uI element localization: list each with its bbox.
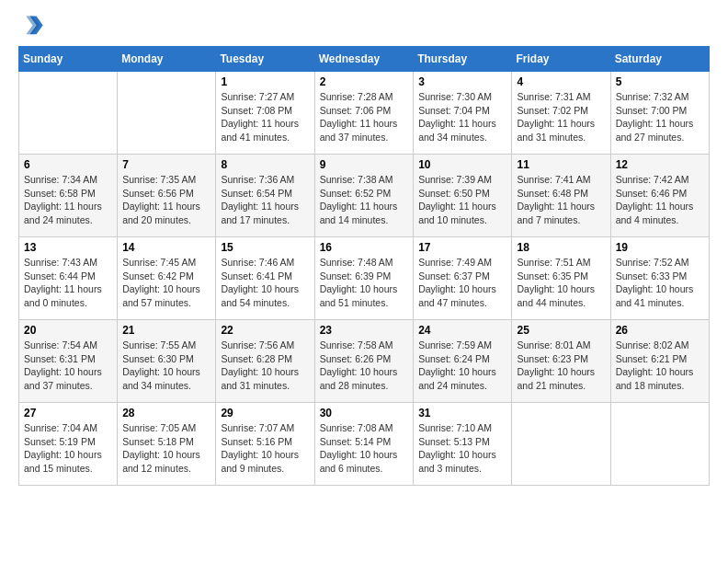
calendar-cell: 7Sunrise: 7:35 AMSunset: 6:56 PMDaylight… — [118, 155, 216, 237]
day-info: Sunrise: 7:43 AMSunset: 6:44 PMDaylight:… — [24, 257, 102, 308]
day-info: Sunrise: 7:55 AMSunset: 6:30 PMDaylight:… — [122, 339, 200, 391]
day-number: 14 — [122, 241, 210, 254]
day-info: Sunrise: 7:39 AMSunset: 6:50 PMDaylight:… — [418, 174, 496, 225]
column-header-sunday: Sunday — [19, 47, 118, 72]
column-header-monday: Monday — [118, 47, 216, 72]
calendar-cell — [512, 403, 610, 486]
day-number: 29 — [221, 407, 309, 419]
day-info: Sunrise: 7:45 AMSunset: 6:42 PMDaylight:… — [122, 257, 200, 308]
calendar-cell — [19, 72, 118, 155]
calendar-cell: 10Sunrise: 7:39 AMSunset: 6:50 PMDayligh… — [414, 155, 512, 237]
calendar-cell: 18Sunrise: 7:51 AMSunset: 6:35 PMDayligh… — [512, 237, 610, 320]
day-info: Sunrise: 7:07 AMSunset: 5:16 PMDaylight:… — [221, 422, 299, 474]
day-number: 9 — [320, 158, 409, 171]
day-number: 26 — [616, 324, 704, 337]
day-number: 4 — [517, 75, 605, 88]
calendar-week-row: 1Sunrise: 7:27 AMSunset: 7:08 PMDaylight… — [19, 72, 710, 155]
column-header-friday: Friday — [512, 47, 610, 72]
column-header-wednesday: Wednesday — [314, 47, 414, 72]
logo — [18, 15, 46, 37]
day-info: Sunrise: 7:08 AMSunset: 5:14 PMDaylight:… — [320, 422, 398, 474]
day-info: Sunrise: 7:46 AMSunset: 6:41 PMDaylight:… — [221, 257, 299, 308]
calendar-cell: 27Sunrise: 7:04 AMSunset: 5:19 PMDayligh… — [19, 403, 118, 486]
day-number: 21 — [122, 324, 210, 337]
calendar-cell: 31Sunrise: 7:10 AMSunset: 5:13 PMDayligh… — [414, 403, 512, 486]
calendar-cell: 4Sunrise: 7:31 AMSunset: 7:02 PMDaylight… — [512, 72, 610, 155]
day-number: 31 — [418, 407, 506, 419]
calendar-cell: 6Sunrise: 7:34 AMSunset: 6:58 PMDaylight… — [19, 155, 118, 237]
day-info: Sunrise: 7:30 AMSunset: 7:04 PMDaylight:… — [418, 91, 496, 143]
day-number: 24 — [418, 324, 506, 337]
calendar-cell: 21Sunrise: 7:55 AMSunset: 6:30 PMDayligh… — [118, 320, 216, 403]
day-info: Sunrise: 7:31 AMSunset: 7:02 PMDaylight:… — [517, 91, 595, 143]
calendar-week-row: 20Sunrise: 7:54 AMSunset: 6:31 PMDayligh… — [19, 320, 710, 403]
calendar-cell: 30Sunrise: 7:08 AMSunset: 5:14 PMDayligh… — [314, 403, 414, 486]
day-number: 3 — [418, 75, 506, 88]
calendar-cell: 9Sunrise: 7:38 AMSunset: 6:52 PMDaylight… — [314, 155, 414, 237]
day-info: Sunrise: 7:58 AMSunset: 6:26 PMDaylight:… — [320, 339, 398, 391]
day-info: Sunrise: 7:59 AMSunset: 6:24 PMDaylight:… — [418, 339, 496, 391]
calendar-cell: 20Sunrise: 7:54 AMSunset: 6:31 PMDayligh… — [19, 320, 118, 403]
day-info: Sunrise: 7:05 AMSunset: 5:18 PMDaylight:… — [122, 422, 200, 474]
calendar-cell: 5Sunrise: 7:32 AMSunset: 7:00 PMDaylight… — [610, 72, 709, 155]
day-number: 17 — [418, 241, 506, 254]
calendar-week-row: 13Sunrise: 7:43 AMSunset: 6:44 PMDayligh… — [19, 237, 710, 320]
logo-icon — [18, 11, 44, 37]
calendar-cell: 16Sunrise: 7:48 AMSunset: 6:39 PMDayligh… — [314, 237, 414, 320]
day-info: Sunrise: 7:32 AMSunset: 7:00 PMDaylight:… — [616, 91, 694, 143]
day-number: 6 — [24, 158, 112, 171]
calendar-cell: 2Sunrise: 7:28 AMSunset: 7:06 PMDaylight… — [314, 72, 414, 155]
calendar-cell — [118, 72, 216, 155]
day-number: 22 — [221, 324, 309, 337]
calendar-cell: 11Sunrise: 7:41 AMSunset: 6:48 PMDayligh… — [512, 155, 610, 237]
day-info: Sunrise: 7:48 AMSunset: 6:39 PMDaylight:… — [320, 257, 398, 308]
day-info: Sunrise: 7:51 AMSunset: 6:35 PMDaylight:… — [517, 257, 595, 308]
day-number: 27 — [24, 407, 112, 419]
day-info: Sunrise: 7:28 AMSunset: 7:06 PMDaylight:… — [320, 91, 398, 143]
day-number: 28 — [122, 407, 210, 419]
calendar-cell: 14Sunrise: 7:45 AMSunset: 6:42 PMDayligh… — [118, 237, 216, 320]
day-info: Sunrise: 7:41 AMSunset: 6:48 PMDaylight:… — [517, 174, 595, 225]
column-header-thursday: Thursday — [414, 47, 512, 72]
calendar-cell: 24Sunrise: 7:59 AMSunset: 6:24 PMDayligh… — [414, 320, 512, 403]
day-number: 7 — [122, 158, 210, 171]
day-number: 2 — [320, 75, 409, 88]
calendar-cell: 8Sunrise: 7:36 AMSunset: 6:54 PMDaylight… — [216, 155, 314, 237]
calendar-header-row: SundayMondayTuesdayWednesdayThursdayFrid… — [19, 47, 710, 72]
column-header-tuesday: Tuesday — [216, 47, 314, 72]
page-header — [18, 15, 710, 37]
calendar-cell: 22Sunrise: 7:56 AMSunset: 6:28 PMDayligh… — [216, 320, 314, 403]
column-header-saturday: Saturday — [610, 47, 709, 72]
day-info: Sunrise: 7:36 AMSunset: 6:54 PMDaylight:… — [221, 174, 299, 225]
day-number: 13 — [24, 241, 112, 254]
day-number: 20 — [24, 324, 112, 337]
calendar-cell: 17Sunrise: 7:49 AMSunset: 6:37 PMDayligh… — [414, 237, 512, 320]
day-info: Sunrise: 7:10 AMSunset: 5:13 PMDaylight:… — [418, 422, 496, 474]
day-number: 8 — [221, 158, 309, 171]
day-number: 30 — [320, 407, 409, 419]
calendar-cell: 26Sunrise: 8:02 AMSunset: 6:21 PMDayligh… — [610, 320, 709, 403]
day-info: Sunrise: 8:02 AMSunset: 6:21 PMDaylight:… — [616, 339, 694, 391]
day-number: 25 — [517, 324, 605, 337]
day-info: Sunrise: 7:04 AMSunset: 5:19 PMDaylight:… — [24, 422, 102, 474]
day-info: Sunrise: 7:56 AMSunset: 6:28 PMDaylight:… — [221, 339, 299, 391]
calendar-cell: 1Sunrise: 7:27 AMSunset: 7:08 PMDaylight… — [216, 72, 314, 155]
day-number: 1 — [221, 75, 309, 88]
day-number: 18 — [517, 241, 605, 254]
day-info: Sunrise: 7:54 AMSunset: 6:31 PMDaylight:… — [24, 339, 102, 391]
calendar-cell: 23Sunrise: 7:58 AMSunset: 6:26 PMDayligh… — [314, 320, 414, 403]
day-number: 16 — [320, 241, 409, 254]
calendar-cell: 29Sunrise: 7:07 AMSunset: 5:16 PMDayligh… — [216, 403, 314, 486]
calendar-cell: 15Sunrise: 7:46 AMSunset: 6:41 PMDayligh… — [216, 237, 314, 320]
calendar-cell: 28Sunrise: 7:05 AMSunset: 5:18 PMDayligh… — [118, 403, 216, 486]
calendar-cell: 19Sunrise: 7:52 AMSunset: 6:33 PMDayligh… — [610, 237, 709, 320]
day-number: 11 — [517, 158, 605, 171]
calendar-cell: 25Sunrise: 8:01 AMSunset: 6:23 PMDayligh… — [512, 320, 610, 403]
day-info: Sunrise: 7:35 AMSunset: 6:56 PMDaylight:… — [122, 174, 200, 225]
calendar-cell — [610, 403, 709, 486]
day-info: Sunrise: 8:01 AMSunset: 6:23 PMDaylight:… — [517, 339, 595, 391]
day-info: Sunrise: 7:42 AMSunset: 6:46 PMDaylight:… — [616, 174, 694, 225]
calendar-week-row: 27Sunrise: 7:04 AMSunset: 5:19 PMDayligh… — [19, 403, 710, 486]
calendar-cell: 3Sunrise: 7:30 AMSunset: 7:04 PMDaylight… — [414, 72, 512, 155]
calendar-cell: 12Sunrise: 7:42 AMSunset: 6:46 PMDayligh… — [610, 155, 709, 237]
